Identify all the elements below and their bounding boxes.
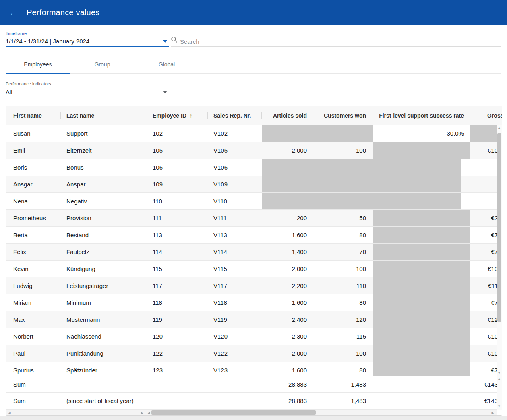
empty-cell: [373, 345, 470, 362]
sum-articles-sold: 28,883: [262, 393, 312, 409]
sum-label: Sum: [6, 393, 61, 409]
scroll-right-icon[interactable]: ▶: [139, 410, 145, 416]
cell-customers-won: 100: [312, 261, 373, 277]
empty-cell: [373, 261, 470, 277]
sum-articles-sold: 28,883: [262, 376, 312, 392]
cell-articles-sold: 2,300: [262, 328, 312, 345]
cell-customers-won: 80: [312, 294, 373, 311]
table-row[interactable]: MiriamMinimum118V1181,60080€7: [6, 294, 502, 311]
column-header-last-name[interactable]: Last name: [61, 106, 145, 125]
table-row[interactable]: PrometheusProvision111V11120050€2: [6, 210, 502, 227]
cell-last-name: Bonus: [61, 159, 145, 176]
scroll-left-icon[interactable]: ◀: [7, 410, 12, 416]
table-row[interactable]: LudwigLeistungsträger117V1172,200110€11: [6, 277, 502, 294]
chevron-down-icon[interactable]: [163, 91, 167, 93]
cell-employee-id: 111: [145, 210, 208, 226]
empty-cell: [262, 176, 461, 192]
table-row[interactable]: BertaBestand113V1131,60080€7: [6, 227, 502, 244]
cell-last-name: Spätzünder: [61, 362, 145, 376]
timeframe-underline: [6, 46, 169, 47]
cell-last-name: Punktlandung: [61, 345, 145, 362]
performance-indicators-label: Performance indicators: [6, 81, 51, 86]
column-header-sales-rep-nr[interactable]: Sales Rep. Nr.: [208, 106, 262, 125]
cell-first-name: Spurius: [6, 362, 61, 376]
cell-customers-won: 120: [312, 311, 373, 328]
cell-last-name: Nachlassend: [61, 328, 145, 345]
cell-support-success-rate: 30.0%: [373, 125, 470, 142]
timeframe-select[interactable]: 1/1/24 - 1/31/24 | January 2024: [6, 38, 89, 45]
empty-cell: [373, 311, 470, 328]
performance-table: First name Last name Employee ID ↑ Sales…: [6, 106, 502, 416]
scroll-down-icon[interactable]: ▼: [497, 370, 502, 376]
table-row[interactable]: NorbertNachlassend120V1202,300115€10: [6, 328, 502, 345]
scroll-up-icon[interactable]: ▲: [497, 125, 502, 130]
cell-sales-rep-nr: V123: [208, 362, 262, 376]
cell-first-name: Paul: [6, 345, 61, 362]
cell-last-name: Leistungsträger: [61, 277, 145, 294]
column-header-employee-id[interactable]: Employee ID ↑: [145, 106, 208, 125]
table-row[interactable]: KevinKündigung115V1152,000100€10: [6, 261, 502, 277]
scroll-up-icon[interactable]: ▲: [497, 376, 502, 381]
table-row[interactable]: FelixFaulpelz114V1141,40070€7: [6, 244, 502, 261]
cell-sales-rep-nr: V114: [208, 244, 262, 260]
back-arrow-icon[interactable]: ←: [9, 8, 19, 17]
vertical-scrollbar-thumb[interactable]: [497, 133, 501, 322]
table-row[interactable]: PaulPunktlandung122V1222,000100€10: [6, 345, 502, 362]
cell-sales-rep-nr: V115: [208, 261, 262, 277]
sum-empty: [373, 376, 470, 392]
empty-cell: [373, 294, 470, 311]
cell-first-name: Boris: [6, 159, 61, 176]
cell-articles-sold: 1,600: [262, 362, 312, 376]
cell-articles-sold: 1,600: [262, 294, 312, 311]
empty-cell: [262, 125, 373, 142]
chevron-down-icon[interactable]: [163, 40, 167, 43]
column-header-gross[interactable]: Gross: [470, 106, 502, 125]
cell-employee-id: 105: [145, 142, 208, 159]
cell-employee-id: 102: [145, 125, 208, 142]
page-title: Performance values: [27, 8, 99, 17]
cell-first-name: Nena: [6, 193, 61, 209]
table-row[interactable]: SusanSupport102V10230.0%: [6, 125, 502, 142]
sum-empty: [145, 393, 208, 409]
column-header-first-name[interactable]: First name: [6, 106, 61, 125]
sum-empty: [373, 393, 470, 409]
performance-indicators-select[interactable]: All: [6, 89, 12, 95]
frozen-pane-horizontal-scrollbar[interactable]: [6, 410, 145, 416]
tab-bar: Employees Group Global: [6, 56, 501, 74]
cell-sales-rep-nr: V110: [208, 193, 262, 209]
table-row[interactable]: MaxMustermann119V1192,400120€12: [6, 311, 502, 328]
cell-sales-rep-nr: V105: [208, 142, 262, 159]
table-row[interactable]: SpuriusSpätzünder123V1231,60080€7: [6, 362, 502, 376]
sum-note: [61, 376, 145, 392]
tab-global[interactable]: Global: [135, 56, 199, 73]
cell-employee-id: 123: [145, 362, 208, 376]
cell-employee-id: 122: [145, 345, 208, 362]
column-header-support-success-rate[interactable]: First-level support success rate: [373, 106, 470, 125]
column-header-customers-won[interactable]: Customers won: [312, 106, 373, 125]
cell-customers-won: 100: [312, 345, 373, 362]
cell-employee-id: 106: [145, 159, 208, 176]
cell-employee-id: 117: [145, 277, 208, 294]
cell-first-name: Prometheus: [6, 210, 61, 226]
table-row[interactable]: BorisBonus106V106: [6, 159, 502, 176]
search-field[interactable]: Search: [171, 35, 501, 47]
empty-cell: [373, 244, 470, 260]
cell-first-name: Felix: [6, 244, 61, 260]
cell-sales-rep-nr: V113: [208, 227, 262, 243]
scroll-down-icon[interactable]: ▼: [497, 403, 502, 409]
table-row[interactable]: NenaNegativ110V110: [6, 193, 502, 210]
tab-employees[interactable]: Employees: [6, 56, 70, 73]
sort-ascending-icon: ↑: [190, 112, 192, 119]
table-row[interactable]: EmilElternzeit105V1052,000100€10: [6, 142, 502, 159]
cell-articles-sold: 200: [262, 210, 312, 226]
column-header-articles-sold[interactable]: Articles sold: [262, 106, 312, 125]
cell-last-name: Provision: [61, 210, 145, 226]
horizontal-scrollbar-thumb[interactable]: [151, 410, 316, 415]
tab-group[interactable]: Group: [70, 56, 135, 73]
scroll-right-icon[interactable]: ▶: [490, 410, 495, 416]
cell-sales-rep-nr: V109: [208, 176, 262, 192]
indicators-underline: [6, 97, 169, 97]
cell-articles-sold: 2,200: [262, 277, 312, 294]
table-row[interactable]: AnsgarAnspar109V109: [6, 176, 502, 193]
cell-last-name: Faulpelz: [61, 244, 145, 260]
